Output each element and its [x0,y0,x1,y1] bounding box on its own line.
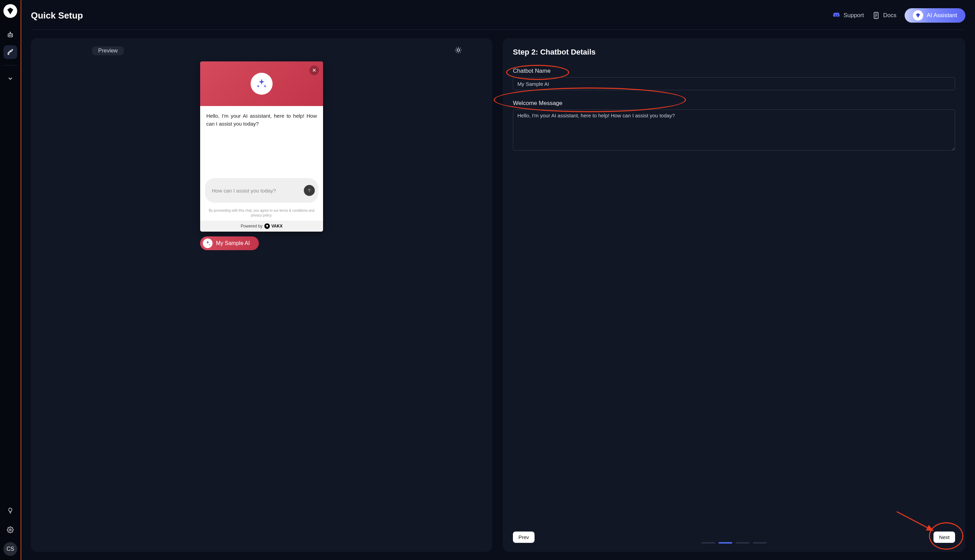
svg-line-14 [456,48,456,48]
ai-assistant-icon [913,10,923,21]
svg-point-4 [11,35,11,36]
svg-point-3 [9,35,10,36]
svg-line-19 [460,48,461,48]
page-title: Quick Setup [31,10,83,21]
sidebar-item-quick-setup[interactable] [3,45,17,59]
svg-rect-0 [8,33,13,37]
support-label: Support [843,12,864,19]
sample-chatbot-pill[interactable]: My Sample AI [200,237,259,250]
sidebar-item-tips[interactable] [3,504,17,517]
theme-toggle-icon[interactable] [454,46,462,55]
prev-button[interactable]: Prev [513,532,534,543]
step-indicator [701,542,766,543]
svg-point-5 [8,53,9,55]
sidebar-item-bot[interactable] [3,28,17,42]
step-title: Step 2: Chatbot Details [513,48,955,57]
main: Quick Setup Support Docs AI Assistant Pr… [21,0,975,560]
welcome-message-input[interactable] [513,110,955,151]
discord-icon [833,11,841,20]
docs-icon [872,11,880,20]
sidebar-expand-toggle[interactable] [3,72,17,85]
docs-link[interactable]: Docs [872,11,897,20]
chat-input[interactable]: How can I assist you today? [205,178,318,203]
sidebar-item-settings[interactable] [3,523,17,537]
sparkle-icon [250,73,272,95]
svg-point-6 [10,529,11,531]
vakx-logo: VAKX [264,223,282,229]
powered-brand-label: VAKX [271,224,282,228]
chat-disclaimer: By proceeding with this chat, you agree … [200,206,323,221]
ai-assistant-label: AI Assistant [927,12,957,19]
support-link[interactable]: Support [833,11,864,20]
svg-line-15 [460,52,461,52]
header: Quick Setup Support Docs AI Assistant [31,8,965,30]
app-logo[interactable] [3,4,17,18]
step-dot-2 [718,542,732,543]
form-panel: Step 2: Chatbot Details Chatbot Name Wel… [503,38,965,552]
chat-widget-header: ✕ [200,62,323,106]
chat-greeting-text: Hello, I'm your AI assistant, here to he… [206,112,317,128]
step-dot-1 [701,542,715,543]
sample-pill-label: My Sample AI [216,240,250,247]
step-dot-4 [753,542,766,543]
svg-point-2 [10,32,11,33]
svg-line-21 [897,512,933,530]
docs-label: Docs [883,12,897,19]
welcome-message-label: Welcome Message [513,100,955,107]
powered-by-label: Powered by [240,224,262,228]
svg-point-11 [457,49,459,51]
ai-assistant-button[interactable]: AI Assistant [905,8,965,23]
preview-label: Preview [92,46,124,55]
chat-widget-preview: ✕ Hello, I'm your AI assistant, here to … [200,62,323,232]
step-dot-3 [736,542,750,543]
send-icon[interactable] [304,185,315,196]
chatbot-name-input[interactable] [513,77,955,90]
chat-powered-by: Powered by VAKX [200,221,323,232]
sparkle-icon [203,238,212,248]
chat-input-placeholder: How can I assist you today? [212,188,276,193]
sidebar: CS [0,0,21,560]
preview-panel: Preview ✕ Hello, I'm your AI assistant, … [31,38,492,552]
chatbot-name-label: Chatbot Name [513,68,955,75]
close-icon[interactable]: ✕ [309,65,319,75]
svg-line-18 [456,52,456,52]
user-avatar[interactable]: CS [3,542,17,556]
next-button[interactable]: Next [933,532,955,543]
